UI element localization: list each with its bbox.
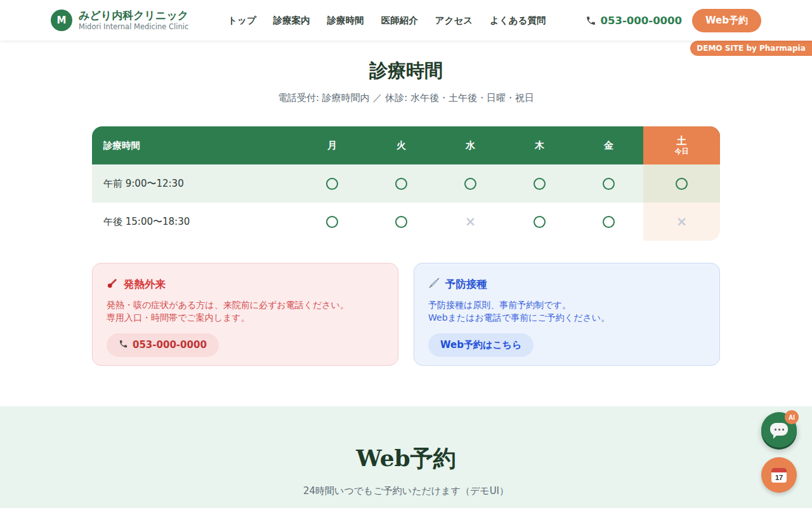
page-title: 診療時間	[0, 58, 812, 84]
today-label: 今日	[675, 147, 689, 157]
morning-friday-mark	[574, 164, 643, 203]
saturday-label: 土	[677, 134, 687, 148]
header-phone-number: 053-000-0000	[601, 15, 683, 27]
open-circle-mark	[676, 178, 688, 190]
hours-table-header: 診療時間 月 火 水 木 金 土 今日	[92, 126, 720, 164]
morning-hours-label: 午前 9:00〜12:30	[92, 164, 298, 203]
open-circle-mark	[395, 178, 407, 190]
fever-phone-number: 053-000-0000	[133, 339, 207, 351]
open-circle-mark	[326, 178, 338, 190]
column-header-tuesday: 火	[367, 126, 436, 164]
page-subtitle: 電話受付: 診療時間内 ／ 休診: 水午後・土午後・日曜・祝日	[0, 92, 812, 104]
afternoon-thursday-mark	[505, 203, 574, 241]
open-circle-mark	[534, 216, 546, 228]
reserve-section-title: Web予約	[0, 406, 812, 474]
fever-card-body: 発熱・咳の症状がある方は、来院前に必ずお電話ください。 専用入口・時間帯でご案内…	[107, 298, 384, 324]
column-header-time: 診療時間	[92, 126, 298, 164]
calendar-day-number: 17	[771, 472, 787, 483]
nav-item-services[interactable]: 診療案内	[273, 15, 310, 27]
open-circle-mark	[603, 216, 615, 228]
open-circle-mark	[464, 178, 476, 190]
vaccine-card-body: 予防接種は原則、事前予約制です。 Webまたはお電話で事前にご予約ください。	[428, 298, 705, 324]
thermometer-icon	[107, 277, 118, 291]
header-phone-link[interactable]: 053-000-0000	[586, 15, 683, 27]
chat-bubble-icon	[770, 423, 788, 436]
phone-icon	[119, 339, 128, 351]
phone-icon	[586, 15, 596, 26]
calendar-icon: 17	[771, 468, 787, 483]
nav-item-hours[interactable]: 診療時間	[327, 15, 364, 27]
header-actions: 053-000-0000 Web予約	[586, 9, 761, 32]
nav-item-doctors[interactable]: 医師紹介	[381, 15, 418, 27]
reserve-section-subtitle: 24時間いつでもご予約いただけます（デモUI）	[0, 485, 812, 497]
fever-card-line2: 専用入口・時間帯でご案内します。	[107, 311, 384, 324]
syringe-icon	[428, 277, 440, 291]
vaccine-card-title: 予防接種	[445, 277, 487, 291]
web-reserve-section: Web予約 24時間いつでもご予約いただけます（デモUI）	[0, 406, 812, 508]
fever-phone-button[interactable]: 053-000-0000	[107, 333, 219, 357]
vaccination-card: 予防接種 予防接種は原則、事前予約制です。 Webまたはお電話で事前にご予約くだ…	[414, 263, 720, 366]
info-cards: 発熱外来 発熱・咳の症状がある方は、来院前に必ずお電話ください。 専用入口・時間…	[92, 263, 720, 366]
site-header: M みどり内科クリニック Midori Internal Medicine Cl…	[0, 0, 812, 41]
fever-card-line1: 発熱・咳の症状がある方は、来院前に必ずお電話ください。	[107, 298, 384, 311]
nav-item-faq[interactable]: よくある質問	[490, 15, 546, 27]
fever-clinic-card: 発熱外来 発熱・咳の症状がある方は、来院前に必ずお電話ください。 専用入口・時間…	[92, 263, 398, 366]
table-row-afternoon: 午後 15:00〜18:30 × ×	[92, 203, 720, 241]
vaccine-card-line2: Webまたはお電話で事前にご予約ください。	[428, 311, 705, 324]
demo-site-badge: DEMO SITE by Pharmapia	[690, 41, 812, 56]
afternoon-friday-mark	[574, 203, 643, 241]
open-circle-mark	[326, 216, 338, 228]
column-header-friday: 金	[574, 126, 643, 164]
calendar-reserve-button[interactable]: 17	[761, 457, 797, 493]
vaccine-card-line1: 予防接種は原則、事前予約制です。	[428, 298, 705, 311]
clinic-name-english: Midori Internal Medicine Clinic	[79, 23, 188, 32]
column-header-monday: 月	[298, 126, 367, 164]
afternoon-monday-mark	[298, 203, 367, 241]
morning-tuesday-mark	[367, 164, 436, 203]
afternoon-hours-label: 午後 15:00〜18:30	[92, 203, 298, 241]
web-reserve-button[interactable]: Web予約	[692, 9, 761, 32]
afternoon-saturday-mark: ×	[643, 203, 720, 241]
morning-wednesday-mark	[436, 164, 505, 203]
hours-section: 診療時間 電話受付: 診療時間内 ／ 休診: 水午後・土午後・日曜・祝日 診療時…	[0, 58, 812, 366]
vaccine-card-title-row: 予防接種	[428, 277, 705, 291]
hours-table: 診療時間 月 火 水 木 金 土 今日 午前 9:00〜12:30 午後 15:…	[92, 126, 720, 241]
nav-item-top[interactable]: トップ	[228, 15, 256, 27]
open-circle-mark	[603, 178, 615, 190]
clinic-logo[interactable]: M みどり内科クリニック Midori Internal Medicine Cl…	[51, 9, 188, 31]
ai-badge: AI	[785, 410, 799, 424]
fever-card-title: 発熱外来	[124, 277, 166, 291]
open-circle-mark	[534, 178, 546, 190]
column-header-saturday-today: 土 今日	[643, 126, 720, 164]
fever-card-title-row: 発熱外来	[107, 277, 384, 291]
morning-saturday-mark	[643, 164, 720, 203]
morning-thursday-mark	[505, 164, 574, 203]
table-row-morning: 午前 9:00〜12:30	[92, 164, 720, 203]
morning-monday-mark	[298, 164, 367, 203]
logo-initial-icon: M	[51, 10, 72, 31]
column-header-thursday: 木	[505, 126, 574, 164]
afternoon-tuesday-mark	[367, 203, 436, 241]
afternoon-wednesday-mark: ×	[436, 203, 505, 241]
vaccine-web-reserve-button[interactable]: Web予約はこちら	[428, 333, 534, 357]
clinic-name: みどり内科クリニック	[79, 9, 188, 22]
main-nav: トップ 診療案内 診療時間 医師紹介 アクセス よくある質問	[228, 15, 546, 27]
column-header-wednesday: 水	[436, 126, 505, 164]
nav-item-access[interactable]: アクセス	[435, 15, 473, 27]
ai-chat-button[interactable]: AI	[761, 412, 797, 448]
open-circle-mark	[395, 216, 407, 228]
